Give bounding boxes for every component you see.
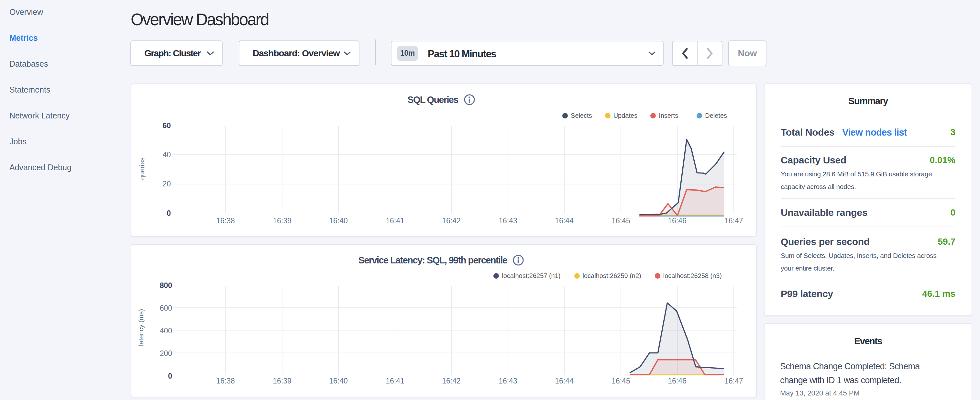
svg-text:16:42: 16:42 [442,217,461,225]
svg-text:16:40: 16:40 [329,217,348,225]
svg-text:16:40: 16:40 [329,377,348,385]
svg-text:200: 200 [160,349,172,358]
svg-text:16:42: 16:42 [442,377,461,385]
svg-text:0: 0 [168,372,172,380]
svg-text:latency (ms): latency (ms) [137,309,145,346]
svg-text:16:47: 16:47 [724,377,743,385]
svg-text:20: 20 [162,180,171,188]
svg-text:16:39: 16:39 [273,217,291,225]
svg-text:16:45: 16:45 [611,217,630,225]
svg-text:16:45: 16:45 [611,377,630,385]
svg-text:16:44: 16:44 [555,217,574,225]
svg-text:16:44: 16:44 [555,377,574,385]
svg-text:0: 0 [167,209,171,217]
svg-text:16:41: 16:41 [386,377,404,385]
svg-text:queries: queries [138,158,146,180]
svg-text:16:43: 16:43 [499,377,517,385]
svg-text:16:38: 16:38 [216,377,235,385]
svg-text:16:47: 16:47 [724,217,743,225]
svg-text:600: 600 [160,304,172,312]
svg-text:40: 40 [162,150,171,159]
svg-text:16:46: 16:46 [668,377,687,385]
svg-text:16:38: 16:38 [216,217,235,225]
svg-text:16:39: 16:39 [273,377,291,385]
svg-text:16:41: 16:41 [386,217,404,225]
svg-text:400: 400 [160,327,172,335]
svg-text:16:43: 16:43 [499,217,517,225]
svg-text:800: 800 [160,281,172,290]
svg-text:60: 60 [162,121,171,130]
svg-text:16:46: 16:46 [668,217,687,225]
